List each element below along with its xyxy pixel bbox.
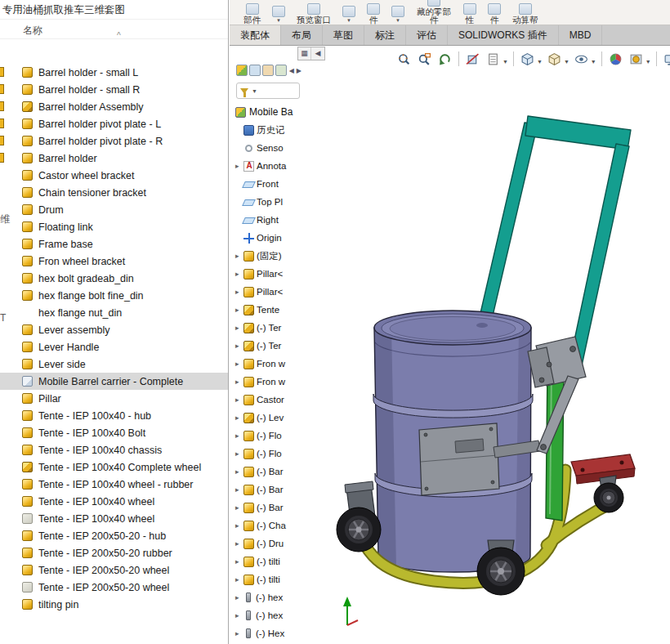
tree-item[interactable]: ▸ (-) Bar bbox=[235, 499, 302, 517]
propertymanager-tab-icon[interactable] bbox=[249, 65, 261, 76]
tree-item[interactable]: ▸ (-) Flo bbox=[235, 445, 302, 463]
list-item[interactable]: Mobile Barrel carrier - Complete bbox=[0, 373, 228, 390]
list-item[interactable]: Lever side bbox=[0, 356, 228, 373]
list-item[interactable]: Lever assembly bbox=[0, 321, 228, 338]
expand-arrow-icon[interactable]: ▸ bbox=[235, 288, 241, 296]
expand-arrow-icon[interactable]: ▸ bbox=[235, 324, 241, 332]
tree-item[interactable]: ▸ (-) tilti bbox=[235, 570, 302, 588]
ribbon-tab[interactable]: MBD bbox=[559, 25, 603, 45]
list-item[interactable]: hex flange nut_din bbox=[0, 304, 228, 321]
list-item[interactable]: Tente - IEP 100x40 wheel - rubber bbox=[0, 476, 228, 493]
dropdown-caret-icon[interactable]: ▼ bbox=[502, 59, 508, 65]
list-item[interactable]: Barrel holder - small L bbox=[0, 64, 228, 81]
tree-item[interactable]: ▸ (-) Dru bbox=[235, 534, 302, 552]
dropdown-caret-icon[interactable]: ▼ bbox=[591, 59, 596, 65]
tree-root-item[interactable]: Mobile Ba bbox=[235, 103, 302, 121]
list-item[interactable]: Barrel holder bbox=[0, 150, 228, 167]
grid-display-icon[interactable]: ▦ bbox=[298, 47, 311, 60]
tree-filter[interactable]: ▼ bbox=[236, 83, 300, 99]
ribbon-tab[interactable]: 装配体 bbox=[230, 25, 281, 45]
tree-item[interactable]: ▸ (-) Ter bbox=[235, 319, 302, 337]
list-item[interactable]: hex flange bolt fine_din bbox=[0, 287, 228, 304]
display-style-icon[interactable] bbox=[545, 50, 564, 68]
tree-item[interactable]: ▸ Front bbox=[235, 175, 302, 193]
tree-item[interactable]: ▸ (-) Ter bbox=[235, 337, 302, 355]
expand-arrow-icon[interactable]: ▸ bbox=[235, 270, 241, 278]
tree-item[interactable]: ▸ (-) Bar bbox=[235, 481, 302, 499]
ribbon-tab[interactable]: 评估 bbox=[406, 25, 448, 45]
list-item[interactable]: hex bolt gradeab_din bbox=[0, 270, 228, 287]
tree-item[interactable]: ▸ Pillar< bbox=[235, 283, 302, 301]
list-item[interactable]: Floating link bbox=[0, 218, 228, 235]
list-item[interactable]: Drum bbox=[0, 201, 228, 218]
view-settings-icon[interactable] bbox=[661, 50, 670, 68]
ribbon-tab[interactable]: 草图 bbox=[323, 25, 364, 45]
ribbon-button[interactable]: 藏的零部件 bbox=[416, 0, 452, 24]
expand-arrow-icon[interactable]: ▸ bbox=[235, 342, 241, 350]
list-item[interactable]: Barrel holder pivot plate - R bbox=[0, 132, 228, 150]
tabs-scroll-left-icon[interactable]: ◀ bbox=[289, 67, 294, 74]
dimxpert-tab-icon[interactable] bbox=[275, 65, 287, 76]
expand-arrow-icon[interactable]: ▸ bbox=[235, 306, 241, 314]
list-item[interactable]: Tente - IEP 100x40 wheel bbox=[0, 510, 228, 527]
expand-arrow-icon[interactable]: ▸ bbox=[235, 467, 241, 476]
tree-item[interactable]: ▸ (-) Bar bbox=[235, 463, 302, 481]
expand-arrow-icon[interactable]: ▸ bbox=[235, 521, 241, 530]
tree-item[interactable]: ▸ (-) Lev bbox=[235, 409, 302, 427]
tree-item[interactable]: ▸ (-) hex bbox=[235, 588, 302, 606]
list-item[interactable]: Castor wheel bracket bbox=[0, 167, 228, 184]
model-castor-wheel[interactable] bbox=[571, 454, 635, 512]
list-item[interactable]: Tente - IEP 200x50-20 - hub bbox=[0, 527, 228, 544]
list-item[interactable]: Pillar bbox=[0, 390, 228, 407]
ribbon-tab[interactable]: 布局 bbox=[281, 25, 323, 45]
graphics-viewport[interactable]: ▼ ▼ ▼ ▼ ▼ ▦ ◀ bbox=[230, 46, 670, 644]
list-item[interactable]: Tente - IEP 200x50-20 rubber bbox=[0, 544, 228, 561]
dropdown-caret-icon[interactable]: ▼ bbox=[645, 59, 651, 65]
zoom-area-icon[interactable] bbox=[415, 50, 434, 68]
expand-arrow-icon[interactable]: ▸ bbox=[235, 360, 241, 368]
list-item[interactable]: tilting pin bbox=[0, 596, 228, 613]
collapse-left-icon[interactable]: ◀ bbox=[311, 47, 324, 60]
tree-item[interactable]: ▸ (-) tilti bbox=[235, 552, 302, 570]
expand-arrow-icon[interactable]: ▸ bbox=[235, 396, 241, 404]
dropdown-caret-icon[interactable]: ▼ bbox=[537, 59, 543, 65]
expand-arrow-icon[interactable]: ▸ bbox=[235, 252, 241, 260]
list-item[interactable]: Barrel holder - small R bbox=[0, 81, 228, 98]
tabs-scroll-right-icon[interactable]: ▶ bbox=[297, 67, 302, 74]
ribbon-button[interactable]: 动算帮 bbox=[512, 3, 538, 24]
tree-item[interactable]: ▸ Castor bbox=[235, 391, 302, 409]
tree-item[interactable]: ▸ (-) Hex bbox=[235, 624, 302, 642]
ribbon-tab[interactable]: 标注 bbox=[364, 25, 406, 45]
tree-item[interactable]: ▸ Annota bbox=[235, 157, 302, 175]
ribbon-button[interactable]: 预览窗口 bbox=[297, 3, 331, 24]
ribbon-button[interactable]: 性 bbox=[463, 3, 476, 24]
list-item[interactable]: Frame base bbox=[0, 235, 228, 253]
view-orientation-icon[interactable] bbox=[518, 50, 537, 68]
expand-arrow-icon[interactable]: ▸ bbox=[235, 378, 241, 386]
list-item[interactable]: Tente - IEP 200x50-20 wheel bbox=[0, 561, 228, 579]
list-item[interactable]: Fron wheel bracket bbox=[0, 253, 228, 270]
expand-arrow-icon[interactable]: ▸ bbox=[235, 485, 241, 494]
tree-item[interactable]: ▸ Right bbox=[235, 211, 302, 229]
model-front-wheel[interactable] bbox=[337, 481, 381, 552]
name-column-header[interactable]: 名称 ^ bbox=[0, 20, 228, 39]
expand-arrow-icon[interactable]: ▸ bbox=[235, 503, 241, 512]
expand-arrow-icon[interactable]: ▸ bbox=[235, 449, 241, 458]
featuremanager-tab-icon[interactable] bbox=[236, 65, 248, 76]
edit-appearance-icon[interactable] bbox=[606, 50, 625, 68]
expand-arrow-icon[interactable]: ▸ bbox=[235, 162, 241, 170]
tree-item[interactable]: ▸ (-) hex bbox=[235, 606, 302, 624]
expand-arrow-icon[interactable]: ▸ bbox=[235, 432, 241, 440]
expand-arrow-icon[interactable]: ▸ bbox=[235, 575, 241, 584]
tree-item[interactable]: ▸ Fron w bbox=[235, 355, 302, 373]
apply-scene-icon[interactable] bbox=[627, 50, 645, 68]
hide-show-items-icon[interactable] bbox=[572, 50, 591, 68]
tree-item[interactable]: ▸ Top Pl bbox=[235, 193, 302, 211]
list-item[interactable]: Tente - IEP 100x40 wheel bbox=[0, 493, 228, 510]
list-item[interactable]: Chain tensioner bracket bbox=[0, 184, 228, 201]
previous-view-icon[interactable] bbox=[436, 50, 454, 68]
list-item[interactable]: Lever Handle bbox=[0, 338, 228, 356]
tree-item[interactable]: ▸ 历史记 bbox=[235, 121, 302, 139]
sort-ascending-icon[interactable]: ^ bbox=[117, 26, 121, 46]
item-visibility-icon[interactable] bbox=[484, 50, 502, 68]
